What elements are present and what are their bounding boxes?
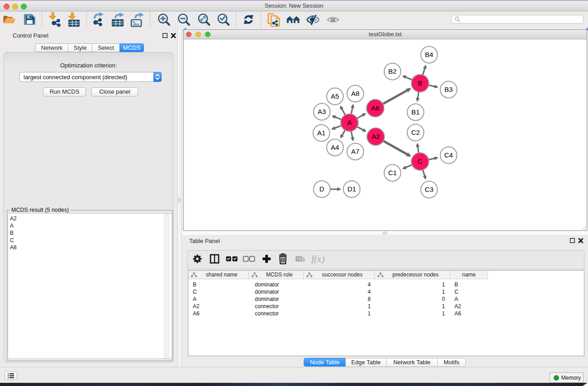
- svg-text:D: D: [320, 185, 325, 193]
- svg-text:B: B: [418, 79, 422, 87]
- svg-text:A6: A6: [371, 104, 379, 112]
- svg-text:C: C: [418, 157, 423, 165]
- svg-text:B2: B2: [388, 67, 397, 75]
- svg-text:C1: C1: [388, 169, 397, 176]
- svg-text:B4: B4: [425, 51, 433, 58]
- svg-text:B3: B3: [445, 86, 453, 93]
- svg-text:C2: C2: [411, 129, 420, 136]
- svg-text:B1: B1: [411, 108, 420, 116]
- svg-text:A8: A8: [351, 90, 359, 97]
- svg-text:A3: A3: [318, 108, 326, 115]
- svg-text:A4: A4: [331, 143, 339, 151]
- svg-text:D1: D1: [347, 185, 356, 193]
- svg-text:A1: A1: [317, 129, 325, 137]
- svg-text:A5: A5: [331, 92, 339, 100]
- svg-text:A: A: [347, 119, 352, 126]
- svg-text:f(x): f(x): [311, 253, 325, 264]
- svg-text:C3: C3: [425, 186, 433, 193]
- svg-text:A2: A2: [372, 133, 380, 140]
- svg-text:C4: C4: [444, 151, 453, 159]
- svg-text:A7: A7: [351, 148, 359, 155]
